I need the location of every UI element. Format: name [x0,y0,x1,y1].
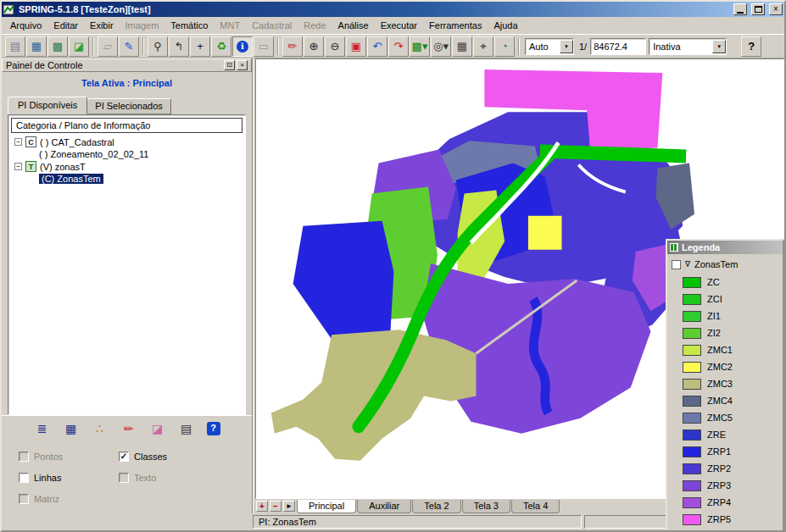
legend-entry[interactable]: ZMC4 [670,392,780,409]
legend-entry[interactable]: ZRP1 [670,443,780,460]
menu-item[interactable]: Editar [47,18,84,33]
checkbox-pontos[interactable]: Pontos [19,446,119,467]
menu-item[interactable]: Ajuda [488,18,523,33]
cursor-area-icon[interactable]: ⌖ [473,36,493,57]
checkbox-classes[interactable]: ✓ Classes [119,446,252,467]
menu-item[interactable]: Executar [375,18,423,33]
checkbox-matriz[interactable]: Matriz [19,488,119,509]
pin-icon: ⊡ [226,62,232,69]
report-icon[interactable]: ≣ [34,420,51,437]
tree-row-category-cadastral[interactable]: − C ( ) CAT_Cadastral [8,136,245,148]
legend-entry[interactable]: ZRP5 [670,511,780,528]
help-icon[interactable]: ? [207,422,220,435]
redraw-icon[interactable]: ♻ [211,36,231,57]
legend-title-bar[interactable]: Legenda [667,241,783,254]
tab-auxiliar[interactable]: Auxiliar [357,500,411,513]
tree-row-zonastem[interactable]: (C) ZonasTem [8,173,245,185]
menu-item[interactable]: Exibir [84,18,120,33]
eraser-icon[interactable]: ◪ [69,36,89,57]
database-icon[interactable]: ▤ [5,36,25,57]
scale-mode-select[interactable]: Auto ▼ [525,38,574,55]
panel-icon-bar: ≣ ▦ ∴ ✏ ◪ [2,415,252,441]
register-icon[interactable]: ▱ [98,36,118,57]
maximize-button[interactable] [751,3,765,15]
edit-thematic-icon[interactable]: ✏ [282,36,303,57]
acquire-layers-icon[interactable]: ▩▾ [410,36,430,57]
zoom-cursor-icon[interactable]: ⚲ [148,36,168,57]
tree-row-zoneamento[interactable]: ( ) Zoneamento_02_02_11 [8,148,245,160]
table-view-icon[interactable]: ▦ [63,420,80,437]
title-bar[interactable]: SPRING-5.1.8 [TesteZon][test] × [2,2,784,17]
undo-icon[interactable]: ↶ [367,36,387,57]
previous-zoom-icon[interactable]: ↰ [169,36,189,57]
legend-swatch [683,446,701,457]
checkbox-texto[interactable]: Texto [119,467,252,488]
scale-prefix-label: 1/ [579,42,587,52]
legend-entry[interactable]: ZRP4 [670,494,780,511]
filter-icon: ∇ [685,260,690,269]
legend-entry[interactable]: ZMC2 [670,358,780,375]
tree-row-category-zonast[interactable]: − T (V) zonasT [8,160,245,173]
edit-icon[interactable]: ✏ [120,420,137,437]
edit-mode-select[interactable]: Inativa ▼ [649,38,727,55]
scale-mode-value: Auto [529,42,549,52]
legend-entry[interactable]: ZMC5 [670,409,780,426]
redo-icon[interactable]: ↷ [388,36,409,57]
eraser-icon[interactable]: ◪ [149,420,166,437]
tab-tela-2[interactable]: Tela 2 [412,500,460,513]
dock-pin-button[interactable]: ⊡ [224,60,235,70]
legend-entry[interactable]: ZC [670,274,780,291]
menu-item[interactable]: Arquivo [4,18,47,33]
help-button[interactable]: ? [741,36,761,57]
legend-swatch [683,345,701,356]
minimize-button[interactable] [733,3,747,15]
zoom-in-icon[interactable]: ⊕ [304,36,324,57]
close-button[interactable]: × [769,3,783,15]
legend-layer-checkbox[interactable] [672,260,681,269]
legend-entry[interactable]: ZI2 [670,324,780,341]
checkbox-linhas[interactable]: Linhas [19,467,119,488]
menu-item[interactable]: Análise [332,18,375,33]
pan-icon[interactable]: + [190,36,210,57]
tab-tela-3[interactable]: Tela 3 [462,500,510,513]
panel-close-button[interactable]: × [237,60,248,70]
legend-entry[interactable]: ZMC3 [670,375,780,392]
scatter-icon[interactable]: ∴ [92,420,109,437]
tab-pi-disponiveis[interactable]: PI Disponíveis [8,97,87,114]
menu-item[interactable]: Imagem [120,18,165,33]
zoom-mode-icon[interactable]: ◎▾ [431,36,451,57]
legend-entry[interactable]: ZMC1 [670,341,780,358]
scroll-tabs-button[interactable]: ► [283,501,295,512]
grid-icon[interactable]: ▦ [452,36,472,57]
collapse-icon[interactable]: − [14,138,22,146]
add-screen-button[interactable]: + [256,501,268,512]
legend-entry[interactable]: ZRP2 [670,460,780,477]
info-icon[interactable]: ℹ [232,36,253,57]
menu-item[interactable]: Rede [298,18,332,33]
menu-item[interactable]: Ferramentas [423,18,488,33]
legend-entry[interactable]: ZRP3 [670,477,780,494]
views-grid-icon[interactable]: ▦ [26,36,47,57]
legend-entry[interactable]: ZCI [670,291,780,308]
legend-label: ZCI [707,294,722,304]
menu-item[interactable]: Cadastral [246,18,298,33]
layers-icon[interactable]: ▩ [47,36,68,57]
zoom-window-icon[interactable]: ▣ [346,36,366,57]
legend-entry[interactable]: ZI1 [670,308,780,324]
scale-input[interactable] [590,38,646,55]
menu-item[interactable]: MNT [214,18,246,33]
tab-tela-4[interactable]: Tela 4 [511,500,560,513]
menu-item[interactable]: Temático [164,18,214,33]
legend-entry[interactable]: ZRE [670,426,780,443]
draw-vector-icon[interactable]: ✎ [119,36,139,57]
tab-principal[interactable]: Principal [297,500,356,513]
remove-screen-button[interactable]: − [270,501,282,512]
table-icon[interactable]: ▤ [178,420,195,437]
zoom-out-icon[interactable]: ⊖ [325,36,345,57]
globe-icon[interactable]: ◔ [494,36,515,57]
legend-swatch [683,362,701,373]
tab-pi-selecionados[interactable]: PI Selecionados [86,98,171,114]
legend-entry[interactable]: ZRP6 [670,528,780,532]
measure-icon[interactable]: ▭ [254,36,274,57]
collapse-icon[interactable]: − [14,163,22,170]
